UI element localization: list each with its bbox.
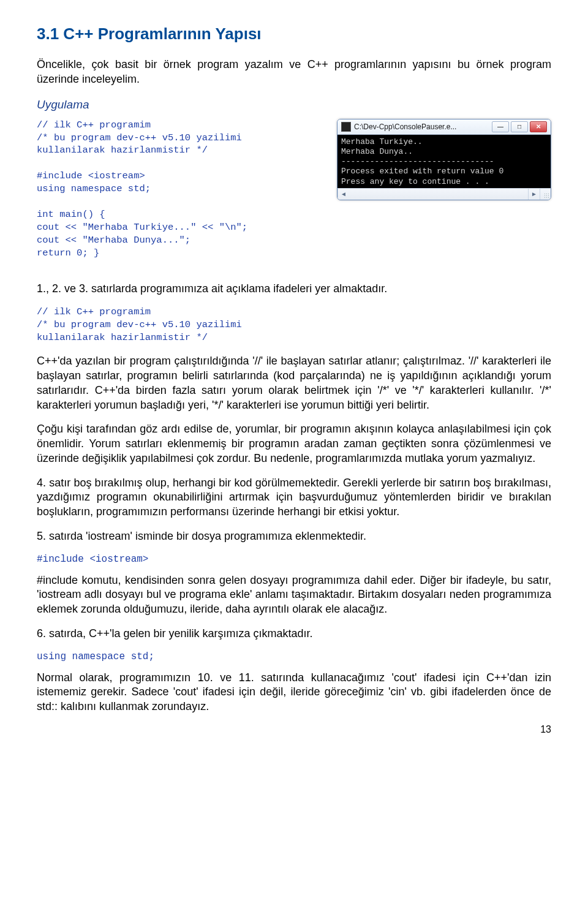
paragraph-5: 5. satırda 'iostream' isminde bir dosya …: [37, 529, 551, 544]
code-inline-namespace: using namespace std;: [37, 651, 551, 662]
paragraph-2: C++'da yazılan bir program çalıştırıldığ…: [37, 354, 551, 412]
maximize-button[interactable]: □: [511, 121, 528, 132]
scroll-right-button[interactable]: ►: [528, 189, 540, 200]
scroll-left-button[interactable]: ◄: [337, 189, 349, 200]
console-app-icon: [341, 122, 351, 132]
code-block-2: // ilk C++ programim /* bu program dev-c…: [37, 306, 551, 344]
paragraph-7: 6. satırda, C++'la gelen bir yenilik kar…: [37, 627, 551, 641]
paragraph-4: 4. satır boş bırakılmış olup, herhangi b…: [37, 476, 551, 519]
console-scrollbar[interactable]: ◄ ►: [337, 188, 551, 200]
example-label: Uygulama: [37, 98, 551, 111]
close-button[interactable]: ✕: [530, 121, 547, 132]
scroll-track[interactable]: [349, 189, 528, 200]
section-title: 3.1 C++ Programlarının Yapısı: [37, 25, 551, 43]
paragraph-8: Normal olarak, programımızın 10. ve 11. …: [37, 671, 551, 714]
console-window: C:\Dev-Cpp\ConsolePauser.e... — □ ✕ Merh…: [337, 119, 551, 200]
paragraph-3: Çoğu kişi tarafından göz ardı edilse de,…: [37, 422, 551, 466]
console-output: Merhaba Turkiye.. Merhaba Dunya.. ------…: [337, 135, 551, 188]
console-title-text: C:\Dev-Cpp\ConsolePauser.e...: [354, 123, 489, 131]
paragraph-6: #include komutu, kendisinden sonra gelen…: [37, 573, 551, 617]
console-titlebar[interactable]: C:\Dev-Cpp\ConsolePauser.e... — □ ✕: [337, 119, 551, 135]
code-inline-include: #include <iostream>: [37, 554, 551, 565]
paragraph-1: 1., 2. ve 3. satırlarda programımıza ait…: [37, 282, 551, 296]
resize-grip[interactable]: [540, 189, 551, 200]
intro-paragraph: Öncelikle, çok basit bir örnek program y…: [37, 57, 551, 87]
code-block-1: // ilk C++ programim /* bu program dev-c…: [37, 119, 326, 260]
page-number: 13: [37, 724, 551, 735]
minimize-button[interactable]: —: [492, 121, 509, 132]
